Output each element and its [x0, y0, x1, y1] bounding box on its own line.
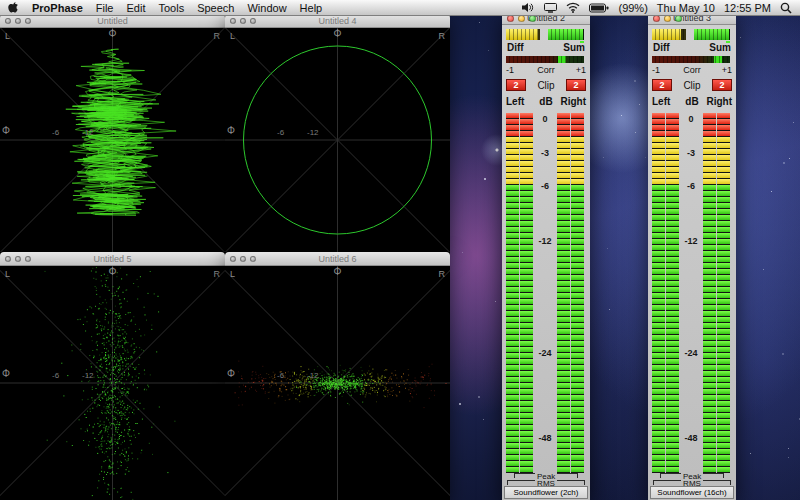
meter-segment	[666, 173, 679, 178]
sum-level-meter	[548, 29, 584, 40]
menu-item-tools[interactable]: Tools	[158, 0, 184, 16]
close-button[interactable]	[230, 256, 236, 262]
meter-segment	[506, 119, 519, 124]
meter-segment	[557, 185, 570, 190]
meter-segment	[666, 203, 679, 208]
meter-segment	[520, 269, 533, 274]
close-button[interactable]	[5, 18, 11, 24]
meter-segment	[571, 143, 584, 148]
meter-segment	[666, 155, 679, 160]
zoom-button[interactable]	[25, 256, 31, 262]
meter-segment	[506, 317, 519, 322]
menu-item-prophase[interactable]: ProPhase	[32, 0, 83, 16]
zoom-button[interactable]	[250, 18, 256, 24]
menu-status-area: (99%) Thu May 10 12:55 PM	[522, 2, 792, 14]
menu-item-edit[interactable]: Edit	[126, 0, 145, 16]
meter-segment	[506, 293, 519, 298]
meter-segment	[652, 191, 665, 196]
meter-segment	[571, 167, 584, 172]
meter-segment	[520, 431, 533, 436]
close-button[interactable]	[5, 256, 11, 262]
meter-segment	[557, 245, 570, 250]
meter-segment	[703, 461, 716, 466]
meter-segment	[666, 341, 679, 346]
meter-segment	[703, 203, 716, 208]
meter-segment	[506, 209, 519, 214]
meter-segment	[666, 143, 679, 148]
star	[782, 353, 784, 355]
battery-percentage[interactable]: (99%)	[618, 2, 647, 14]
meter-segment	[703, 143, 716, 148]
minimize-button[interactable]	[15, 256, 21, 262]
star	[479, 22, 480, 23]
window-titlebar[interactable]: Untitled 5	[0, 252, 225, 266]
meter-segment	[666, 413, 679, 418]
meter-segment	[557, 317, 570, 322]
minimize-button[interactable]	[240, 18, 246, 24]
right-rms-meter	[703, 113, 716, 473]
meter-segment	[571, 263, 584, 268]
meter-segment	[557, 365, 570, 370]
meter-segment	[506, 143, 519, 148]
meter-segment	[506, 239, 519, 244]
meter-segment	[571, 335, 584, 340]
minimize-button[interactable]	[15, 18, 21, 24]
goniometer-display: L R Φ Φ -6 -12	[0, 266, 225, 500]
meter-segment	[557, 137, 570, 142]
star	[603, 157, 604, 158]
zoom-button[interactable]	[25, 18, 31, 24]
window-titlebar[interactable]: Untitled 6	[225, 252, 450, 266]
window-titlebar[interactable]: Untitled	[0, 14, 225, 28]
wifi-icon[interactable]	[566, 2, 580, 13]
close-button[interactable]	[230, 18, 236, 24]
meter-segment	[520, 203, 533, 208]
meter-segment	[717, 365, 730, 370]
meter-segment	[506, 257, 519, 262]
meter-segment	[506, 263, 519, 268]
meter-segment	[506, 353, 519, 358]
meter-segment	[520, 209, 533, 214]
sum-meter-label: Sum	[563, 42, 585, 53]
window-titlebar[interactable]: Untitled 4	[225, 14, 450, 28]
battery-icon[interactable]	[589, 3, 609, 13]
apple-icon[interactable]	[8, 1, 19, 14]
meter-segment	[571, 401, 584, 406]
minimize-button[interactable]	[240, 256, 246, 262]
menu-item-file[interactable]: File	[96, 0, 114, 16]
menu-clock-time[interactable]: 12:55 PM	[724, 2, 771, 14]
menu-item-help[interactable]: Help	[300, 0, 323, 16]
db-scale-label: -6	[277, 128, 284, 137]
menu-clock-date[interactable]: Thu May 10	[657, 2, 715, 14]
meter-segment	[571, 113, 584, 118]
meter-segment	[557, 461, 570, 466]
zoom-button[interactable]	[250, 256, 256, 262]
volume-icon[interactable]	[522, 2, 535, 13]
audio-source-selector[interactable]: Soundflower (2ch)	[504, 486, 588, 499]
phase-axis-icon: Φ	[109, 266, 117, 277]
scope-window-untitled-4: Untitled 4 L R Φ Φ -6 -12	[225, 14, 450, 252]
meter-segment	[703, 287, 716, 292]
meter-segment	[506, 383, 519, 388]
meter-segment	[703, 179, 716, 184]
meter-segment	[652, 353, 665, 358]
meter-segment	[571, 317, 584, 322]
clip-counter-right[interactable]: 2	[712, 79, 732, 91]
meter-panel: Diff Sum -1 Corr +1 2 Clip 2 Left dB Rig…	[502, 25, 590, 500]
meter-segment	[703, 173, 716, 178]
clip-counter-right[interactable]: 2	[566, 79, 586, 91]
menu-item-speech[interactable]: Speech	[197, 0, 234, 16]
display-icon[interactable]	[544, 3, 557, 13]
spotlight-icon[interactable]	[780, 2, 792, 14]
meter-segment	[571, 275, 584, 280]
meter-segment	[652, 257, 665, 262]
meter-segment	[571, 329, 584, 334]
meter-segment	[557, 371, 570, 376]
right-peak-meter	[717, 113, 730, 473]
meter-segment	[571, 323, 584, 328]
meter-segment	[571, 239, 584, 244]
menu-item-window[interactable]: Window	[247, 0, 286, 16]
meter-segment	[557, 221, 570, 226]
audio-source-selector[interactable]: Soundflower (16ch)	[650, 486, 734, 499]
meter-segment	[652, 305, 665, 310]
left-channel-label: L	[230, 31, 235, 41]
